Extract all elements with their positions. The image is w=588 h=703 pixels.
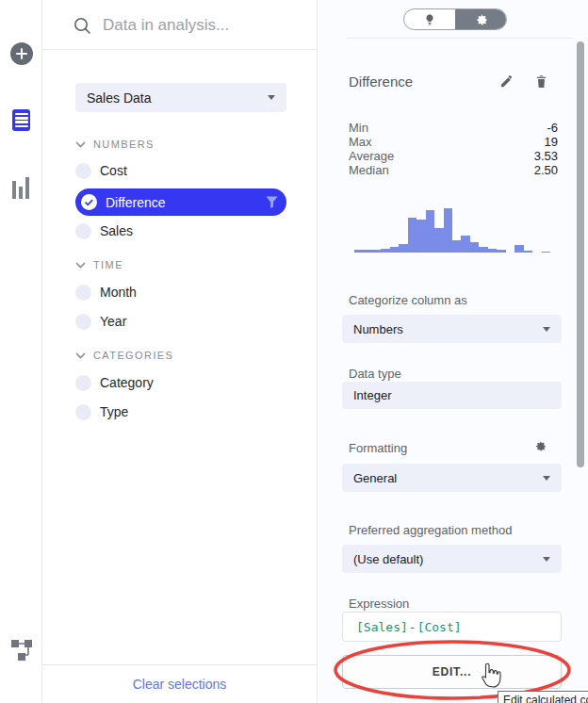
scrollbar-thumb[interactable] (577, 41, 584, 467)
column-item-category[interactable]: Category (75, 369, 154, 396)
stat-row: Min -6 (349, 121, 558, 135)
categorize-value: Numbers (353, 322, 403, 336)
histogram (354, 206, 550, 253)
datatype-field: Integer (342, 382, 562, 409)
column-item-difference-selected[interactable]: Difference (75, 188, 286, 216)
stat-row: Max 19 (349, 135, 558, 149)
stat-label: Average (349, 149, 394, 163)
data-table-name: Sales Data (87, 90, 151, 106)
summary-statistics: Min -6 Max 19 Average 3.53 Median 2.50 (349, 121, 558, 177)
filter-funnel-icon[interactable] (265, 195, 279, 209)
column-label: Difference (106, 195, 166, 210)
search-icon (74, 17, 91, 35)
column-bullet (75, 375, 91, 391)
stat-row: Average 3.53 (349, 149, 558, 163)
stat-value: -6 (547, 121, 558, 135)
formatting-select[interactable]: General (342, 464, 562, 492)
expression-label: Expression (349, 597, 409, 611)
formatting-gear-icon[interactable] (533, 439, 547, 452)
formatting-label: Formatting (349, 441, 407, 455)
stat-value: 3.53 (534, 149, 558, 163)
aggregation-select[interactable]: (Use default) (342, 545, 562, 573)
panel-mode-toggle (403, 8, 507, 30)
chevron-down-icon (268, 95, 275, 100)
section-header-numbers[interactable]: NUMBERS (75, 135, 155, 154)
edit-expression-button[interactable]: EDIT... (342, 655, 562, 689)
column-bullet (75, 223, 91, 239)
edit-pencil-icon[interactable] (499, 74, 514, 89)
left-icon-rail (0, 0, 42, 703)
divider (347, 38, 573, 39)
stat-label: Min (349, 121, 368, 135)
expression-field[interactable]: [Sales] - [Cost] (342, 612, 562, 642)
column-title: Difference (349, 74, 413, 90)
data-in-analysis-tab[interactable] (0, 109, 42, 131)
search-bar (42, 0, 317, 50)
chevron-down-icon (75, 141, 86, 148)
categorize-select[interactable]: Numbers (342, 315, 562, 343)
data-canvas-icon (10, 638, 33, 662)
add-data-button[interactable] (0, 42, 42, 65)
section-label: TIME (93, 259, 123, 270)
column-label: Category (100, 375, 154, 390)
formatting-value: General (353, 471, 397, 485)
expression-column-token: [Cost] (417, 620, 462, 634)
column-bullet (75, 404, 91, 420)
column-bullet (75, 314, 91, 330)
datatype-value: Integer (353, 388, 391, 402)
column-bullet (75, 285, 91, 301)
stat-value: 2.50 (534, 163, 558, 177)
column-label: Cost (100, 163, 127, 178)
section-header-time[interactable]: TIME (75, 255, 123, 274)
chevron-down-icon (75, 262, 86, 269)
stat-label: Median (349, 163, 389, 177)
stat-value: 19 (545, 135, 558, 149)
categorize-label: Categorize column as (349, 293, 467, 307)
gear-icon (474, 12, 488, 26)
visualization-types-button[interactable] (0, 176, 42, 199)
check-circle-icon (81, 194, 97, 210)
column-label: Sales (100, 223, 133, 238)
data-table-selector[interactable]: Sales Data (75, 83, 286, 112)
column-item-type[interactable]: Type (75, 399, 128, 425)
column-item-year[interactable]: Year (75, 308, 126, 335)
chevron-down-icon (75, 352, 86, 359)
stat-label: Max (349, 135, 372, 149)
properties-toggle[interactable] (455, 9, 506, 29)
plus-icon (10, 42, 33, 65)
column-details-panel: Difference Min -6 Max 19 (318, 0, 588, 703)
tooltip: Edit calculated co (498, 691, 588, 703)
lightbulb-icon (423, 13, 436, 26)
stat-row: Median 2.50 (349, 163, 558, 177)
chevron-down-icon (543, 476, 550, 481)
clear-selections-link[interactable]: Clear selections (133, 677, 227, 692)
datatype-label: Data type (349, 367, 401, 381)
expression-column-token: [Sales] (356, 620, 408, 634)
data-panel: Sales Data NUMBERS Cost Difference Sales (42, 0, 318, 703)
search-input[interactable] (103, 11, 291, 40)
section-header-categories[interactable]: CATEGORIES (75, 346, 173, 365)
expression-operator-token: - (408, 620, 417, 634)
column-label: Year (100, 314, 126, 329)
column-item-month[interactable]: Month (75, 279, 137, 305)
column-item-sales[interactable]: Sales (75, 218, 133, 244)
column-bullet (75, 163, 91, 179)
column-label: Month (100, 285, 137, 300)
data-list-icon (12, 109, 30, 131)
trash-icon[interactable] (534, 74, 548, 90)
column-item-cost[interactable]: Cost (75, 157, 127, 184)
section-label: NUMBERS (93, 139, 155, 150)
chevron-down-icon (543, 557, 550, 562)
aggregation-label: Preferred aggregation method (349, 523, 512, 537)
section-label: CATEGORIES (93, 350, 173, 361)
recommendations-toggle[interactable] (404, 9, 455, 29)
data-canvas-button[interactable] (0, 638, 42, 662)
chevron-down-icon (543, 327, 550, 332)
bar-chart-icon (12, 176, 30, 199)
panel-footer: Clear selections (42, 664, 317, 703)
aggregation-value: (Use default) (353, 552, 423, 566)
column-label: Type (100, 404, 128, 419)
app-window: Sales Data NUMBERS Cost Difference Sales (0, 0, 588, 703)
